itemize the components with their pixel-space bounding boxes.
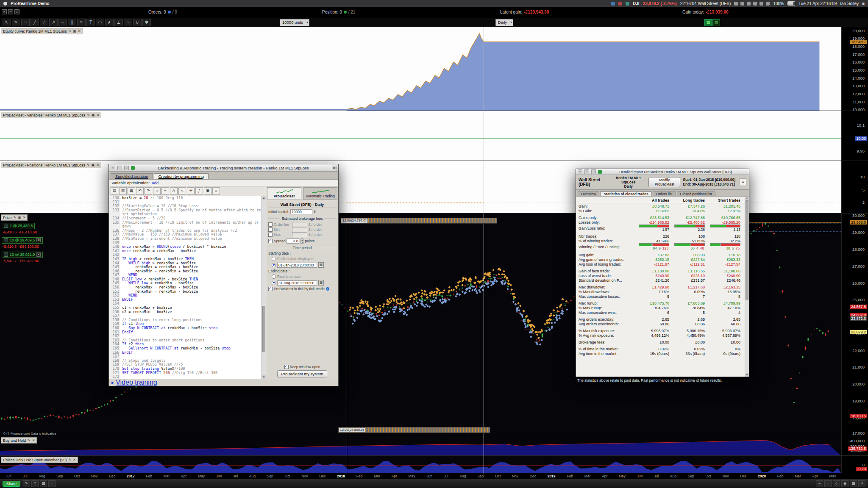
panel-settings-icon[interactable]: ✎ bbox=[68, 458, 71, 462]
fee-checkbox[interactable] bbox=[268, 222, 273, 227]
pointer-icon[interactable]: ↖ bbox=[178, 187, 186, 195]
wave-tool-icon[interactable]: ~ bbox=[124, 19, 132, 26]
calendar-icon[interactable]: ▦ bbox=[40, 480, 47, 487]
close-position-icon[interactable]: ✕ bbox=[36, 238, 41, 242]
panel-duplicate-icon[interactable]: ▣ bbox=[73, 29, 76, 33]
code-line[interactable]: 130boxSize = 20 // 100 Orig 110 bbox=[109, 196, 262, 200]
font-size-icon[interactable]: A bbox=[170, 187, 178, 195]
zoom-tool-icon[interactable]: ○ bbox=[21, 19, 30, 26]
dialog-detach-icon[interactable]: ▣ bbox=[332, 166, 337, 170]
scroll-down-arrow[interactable]: ▼ bbox=[745, 373, 749, 377]
report-maximize-icon[interactable]: □ bbox=[591, 169, 596, 174]
panel-close-icon[interactable]: ✕ bbox=[32, 438, 35, 442]
dialog-maximize-icon[interactable]: □ bbox=[124, 166, 129, 170]
paste-icon[interactable]: ▦ bbox=[128, 187, 135, 195]
function-icon[interactable]: ƒ bbox=[195, 187, 203, 195]
maximize-window-icon[interactable]: □ bbox=[14, 9, 19, 14]
orders-status[interactable]: Orders: 0/ 0 bbox=[148, 10, 177, 14]
report-tab-orders-list[interactable]: Orders list bbox=[653, 191, 676, 196]
code-area[interactable]: 130boxSize = 20 // 100 Orig 110131132//S… bbox=[109, 196, 262, 379]
report-scrollbar[interactable]: ▲ ▼ bbox=[745, 197, 749, 377]
panel-close-icon[interactable]: ✕ bbox=[73, 458, 76, 462]
run-backtest-button[interactable]: ProBacktest my system bbox=[277, 370, 327, 377]
fee-input[interactable] bbox=[292, 222, 307, 227]
print-report-icon[interactable]: ≡ bbox=[740, 178, 746, 186]
bluetooth-icon[interactable] bbox=[747, 2, 751, 6]
share-button[interactable]: Share bbox=[3, 481, 20, 487]
report-title-bar[interactable]: ✕ ─ □ Detailed report ProBacktest Renko … bbox=[576, 169, 749, 175]
scroll-up-icon[interactable]: ↑ bbox=[48, 480, 56, 487]
scroll-down-arrow[interactable]: ▼ bbox=[262, 375, 266, 379]
report-close-icon[interactable]: ✕ bbox=[578, 169, 582, 174]
line-tool-icon[interactable]: ╱ bbox=[31, 19, 39, 26]
panel-settings-icon[interactable]: ✎ bbox=[28, 438, 31, 442]
text-tool-icon[interactable]: T bbox=[86, 19, 95, 26]
clock-icon[interactable]: ○ bbox=[833, 480, 840, 487]
print-icon[interactable]: ≡ bbox=[212, 187, 220, 195]
panel-settings-icon[interactable]: ✎ bbox=[87, 163, 90, 167]
spread-stepper[interactable]: ▲▼ bbox=[300, 238, 303, 244]
code-line[interactable]: 133//ResetPeriod = 0.5 //0.5 Specify no … bbox=[109, 208, 262, 216]
position-status[interactable]: Position: 0/ 21 bbox=[322, 10, 355, 14]
search-icon[interactable]: ○ bbox=[153, 187, 161, 195]
panel-settings-icon[interactable]: ✎ bbox=[14, 216, 17, 219]
realtime-date-radio[interactable] bbox=[272, 274, 276, 279]
spotlight-icon[interactable] bbox=[766, 2, 770, 6]
tick-mode-checkbox[interactable] bbox=[268, 287, 273, 291]
redo-icon[interactable]: ↷ bbox=[145, 187, 152, 195]
code-line[interactable]: 138//MinValue = increment //minimum allo… bbox=[109, 237, 262, 241]
apple-menu-icon[interactable] bbox=[3, 2, 7, 6]
copy-icon[interactable]: ▥ bbox=[119, 187, 127, 195]
panel-close-icon[interactable]: ✕ bbox=[96, 163, 99, 167]
keyboard-icon[interactable] bbox=[734, 2, 738, 6]
minimize-window-icon[interactable]: ─ bbox=[8, 9, 13, 14]
report-tab-statistics-of-closed-trades[interactable]: Statistics of closed trades bbox=[600, 191, 651, 196]
scroll-up-arrow[interactable]: ▲ bbox=[745, 197, 749, 200]
positions-axis[interactable]: 1052 bbox=[841, 161, 868, 214]
code-line[interactable]: 161EndIf bbox=[109, 330, 262, 335]
edit-icon[interactable]: ✎ bbox=[23, 480, 30, 487]
equity-curve-chart[interactable] bbox=[0, 27, 841, 111]
code-line[interactable]: 156c2 = renkoMin - boxSize bbox=[109, 310, 262, 314]
code-line[interactable]: 172 bbox=[109, 375, 262, 379]
start-calendar-icon[interactable]: ▦ bbox=[318, 262, 324, 268]
position-badge[interactable]: 10 @ 29,021.9 ✕ bbox=[2, 252, 43, 258]
dialog-minimize-icon[interactable]: ─ bbox=[117, 166, 122, 170]
fee-input[interactable] bbox=[292, 232, 307, 237]
text-icon[interactable]: T bbox=[31, 480, 39, 487]
close-position-icon[interactable]: ✕ bbox=[36, 252, 41, 257]
grid-icon[interactable]: ▦ bbox=[850, 480, 857, 487]
dialog-tab-simplified-creation[interactable]: Simplified creation bbox=[111, 173, 153, 179]
zoom-out-icon[interactable]: − bbox=[816, 480, 823, 487]
code-line[interactable]: 153ENDIF bbox=[109, 298, 262, 302]
tab-automatic-trading[interactable]: Automatic Trading bbox=[303, 187, 337, 200]
order-slider-bottom[interactable]: 12.09(24,800.0) bbox=[338, 427, 490, 433]
variables-chart[interactable] bbox=[0, 111, 841, 161]
fee-checkbox[interactable] bbox=[268, 227, 273, 232]
price-axis[interactable]: 30,00029,00028,00027,00026,00025,00024,0… bbox=[841, 214, 868, 436]
chat-status-icon[interactable] bbox=[626, 2, 629, 6]
angle-tool-icon[interactable]: ∠ bbox=[114, 19, 123, 26]
delete-tool-icon[interactable]: ✗ bbox=[105, 19, 114, 26]
dialog-tab-creation-by-programming[interactable]: Creation by programming bbox=[154, 173, 209, 179]
modify-probacktest-button[interactable]: Modify ProBacktest bbox=[648, 177, 680, 187]
initial-capital-input[interactable]: 10000 bbox=[290, 209, 312, 214]
panel-settings-icon[interactable]: ✎ bbox=[87, 113, 90, 117]
equity-axis[interactable]: 20,00019,00018,00017,00016,00015,00014,0… bbox=[841, 27, 868, 111]
buy-hold-axis[interactable]: 400,000200,000100,000135,732.5 bbox=[841, 436, 868, 456]
code-line[interactable]: 135//MaxIncrement = 10 //10 Limit of no … bbox=[109, 221, 262, 229]
start-date-radio[interactable] bbox=[272, 263, 276, 267]
editor-scrollbar[interactable]: ▲ ▼ bbox=[262, 196, 266, 379]
spread-checkbox[interactable] bbox=[268, 239, 273, 243]
order-slider-top[interactable]: 12.09(24,797.0) bbox=[341, 218, 497, 224]
tab-probacktest[interactable]: ProBacktest bbox=[267, 187, 301, 200]
position-badge[interactable]: 1 @ 29,489.8 bbox=[2, 223, 35, 229]
add-variable-link[interactable]: add bbox=[152, 180, 159, 185]
pencil-tool-icon[interactable]: ✎ bbox=[12, 19, 20, 26]
timeframe-select[interactable]: Daily bbox=[495, 19, 513, 26]
display-icon[interactable] bbox=[740, 2, 744, 6]
panel-duplicate-icon[interactable]: ▣ bbox=[92, 163, 95, 167]
fib-tool-icon[interactable]: ≡ bbox=[77, 19, 86, 26]
hint-icon[interactable]: ☀ bbox=[187, 187, 195, 195]
chart-style-icon[interactable]: ▦ bbox=[704, 19, 712, 26]
